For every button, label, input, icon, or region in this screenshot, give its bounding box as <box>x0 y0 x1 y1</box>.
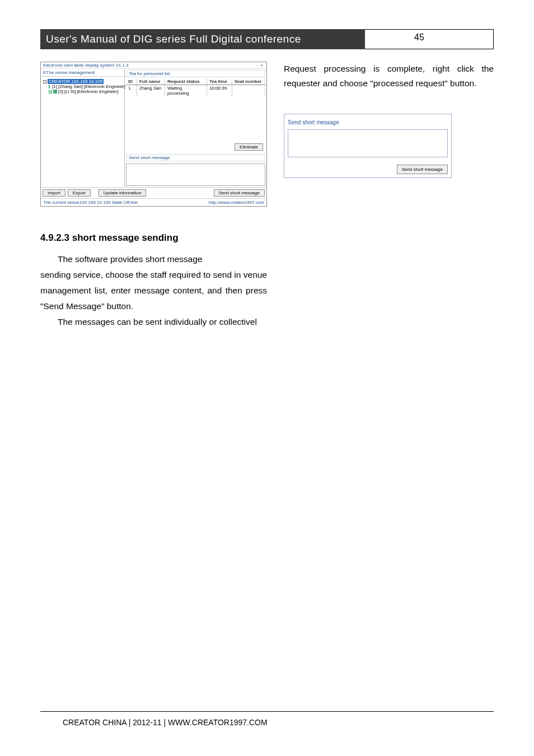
export-button[interactable]: Export <box>68 189 91 197</box>
tea-panel-header: Tea for personnel list <box>126 70 265 77</box>
table-row[interactable]: 1 Zhang San Waiting processing 10:00:39 <box>126 85 265 96</box>
status-left: The current venue192.168.10.105 State Of… <box>43 200 138 205</box>
page-number: 45 <box>414 32 424 43</box>
send-message-button[interactable]: Send short message <box>214 189 265 197</box>
checkbox-icon[interactable] <box>49 85 50 88</box>
app-window-title: Electronic card table display system V1.… <box>43 63 129 68</box>
col-seat: Seat number <box>232 78 265 85</box>
section-heading: 4.9.2.3 short message sending <box>40 232 267 244</box>
update-button[interactable]: Update information <box>99 189 147 197</box>
tree-header: EThe venue management <box>41 69 124 77</box>
tree-item[interactable]: [1] [Zhang San] [Electronic Engineer] <box>43 84 122 89</box>
header-title: User's Manual of DIG series Full Digital… <box>40 29 365 49</box>
footer-rule <box>40 711 494 712</box>
cell-id: 1 <box>126 85 137 96</box>
msg-panel-header: Send short message <box>126 154 265 161</box>
tree-item-label: [3] [Li Si] [Electronic Engineer] <box>58 89 118 94</box>
mini-textarea[interactable] <box>288 129 448 157</box>
message-textarea[interactable] <box>126 164 265 186</box>
right-paragraph: Request processing is complete, right cl… <box>284 62 494 91</box>
tree-item-label: [1] [Zhang San] [Electronic Engineer] <box>52 84 125 89</box>
tree-item[interactable]: [3] [Li Si] [Electronic Engineer] <box>43 89 122 94</box>
avatar-icon <box>53 90 57 94</box>
grid-header: ID Full name Request status Tea time Sea… <box>126 78 265 85</box>
col-status: Request status <box>165 78 207 85</box>
app-window: Electronic card table display system V1.… <box>40 62 267 207</box>
footer-text: CREATOR CHINA | 2012-11 | WWW.CREATOR199… <box>63 718 268 727</box>
cell-name: Zhang San <box>137 85 165 96</box>
mini-panel-header: Send short message <box>288 119 339 125</box>
tree-root[interactable]: CREATOR 192.168.10.105 <box>43 79 122 84</box>
window-controls[interactable]: - × <box>255 63 264 68</box>
checkbox-icon[interactable] <box>43 80 46 83</box>
cell-status: Waiting processing <box>165 85 207 96</box>
col-time: Tea time <box>207 78 232 85</box>
mini-send-panel: Send short message Send short message <box>284 114 452 179</box>
body-p1b: sending service, choose the staff requir… <box>40 267 267 314</box>
import-button[interactable]: Import <box>43 189 65 197</box>
cell-time: 10:00:39 <box>207 85 232 96</box>
col-id: ID <box>126 78 137 85</box>
checkbox-icon[interactable] <box>49 90 52 94</box>
col-name: Full name <box>137 78 165 85</box>
mini-send-button[interactable]: Send short message <box>397 165 448 175</box>
body-p1a: The software provides short message <box>40 251 267 267</box>
status-right: http://www.creator1997.com <box>209 200 264 205</box>
body-p2: The messages can be sent individually or… <box>40 314 267 330</box>
ip-label: CREATOR 192.168.10.105 <box>48 79 104 84</box>
eliminate-button[interactable]: Eliminate <box>235 143 263 151</box>
cell-seat <box>232 85 265 96</box>
